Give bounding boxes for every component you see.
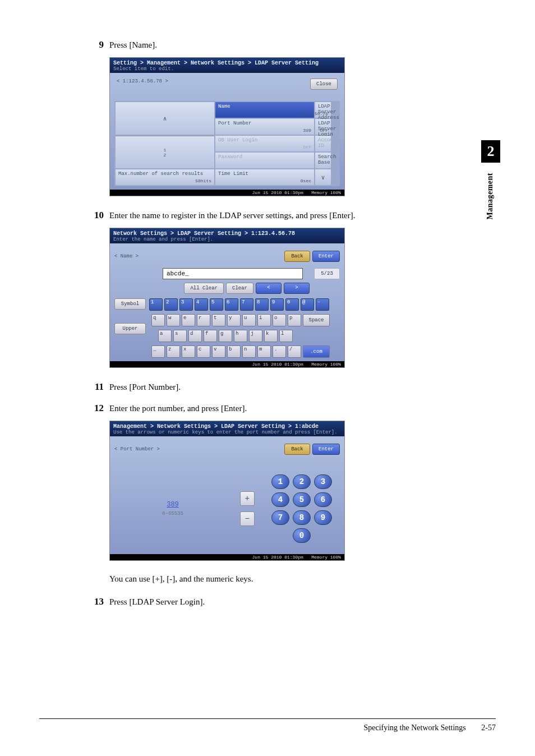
key-v[interactable]: v	[212, 345, 225, 358]
cell-value: 389	[303, 128, 311, 133]
key-n[interactable]: n	[242, 345, 256, 358]
key-3[interactable]: 3	[179, 298, 193, 311]
breadcrumb: Management > Network Settings > LDAP Ser…	[113, 423, 341, 430]
scroll-up-button[interactable]: ∧	[116, 102, 214, 135]
screen-subtitle: Enter the name and press [Enter].	[113, 237, 341, 242]
all-clear-button[interactable]: All Clear	[184, 283, 224, 294]
key-k[interactable]: k	[264, 330, 278, 342]
key-9[interactable]: 9	[270, 298, 284, 311]
upper-button[interactable]: Upper	[114, 323, 146, 334]
cell-value: OFF	[303, 145, 311, 150]
page-tab-2[interactable]: 2	[164, 153, 167, 158]
key-u[interactable]: u	[242, 314, 256, 326]
key-x[interactable]: x	[182, 345, 195, 358]
step-number: 10	[87, 210, 104, 221]
key-z[interactable]: z	[167, 345, 180, 358]
close-button[interactable]: Close	[310, 79, 338, 90]
key-4[interactable]: 4	[195, 298, 208, 311]
key-7[interactable]: 7	[240, 298, 253, 311]
page-tabs[interactable]: 12	[116, 136, 214, 168]
page-tab-1[interactable]: 1	[164, 147, 167, 153]
enter-button[interactable]: Enter	[312, 444, 340, 455]
key-@[interactable]: @	[301, 298, 314, 311]
numkey-5[interactable]: 5	[293, 492, 311, 507]
step-number: 11	[87, 381, 104, 393]
back-button[interactable]: Back	[284, 251, 310, 262]
status-time: Jun 15 2010 01:30pm	[252, 362, 303, 367]
numkey-6[interactable]: 6	[314, 492, 332, 507]
key-/[interactable]: /	[288, 345, 301, 358]
numkey-7[interactable]: 7	[271, 510, 289, 525]
numkey-1[interactable]: 1	[271, 474, 289, 489]
max-results-cell[interactable]: Max.number of search results50hits	[116, 169, 214, 185]
account-id-cell: Account ID	[315, 136, 331, 151]
key-l[interactable]: l	[279, 330, 293, 342]
name-input[interactable]: abcde_	[163, 268, 303, 279]
key-d[interactable]: d	[188, 330, 202, 342]
key-0[interactable]: 0	[285, 298, 299, 311]
key-2[interactable]: 2	[164, 298, 178, 311]
search-base-cell[interactable]: Search Base	[315, 153, 331, 168]
cell-value: OFF	[320, 128, 328, 133]
scroll-down-button[interactable]: ∨	[315, 169, 331, 185]
step-text: Press [LDAP Server Login].	[109, 596, 496, 607]
key-1[interactable]: 1	[149, 298, 163, 311]
dotcom-key[interactable]: .com	[303, 345, 330, 358]
space-key[interactable]: Space	[303, 314, 330, 326]
ldap-address-cell[interactable]: LDAP Server Address123.4.56.78	[315, 102, 331, 118]
key-s[interactable]: s	[173, 330, 187, 342]
footer-title: Specifying the Network Settings	[363, 723, 465, 732]
step-text: Enter the port number, and press [Enter]…	[109, 403, 496, 413]
key-c[interactable]: c	[197, 345, 210, 358]
back-button[interactable]: Back	[284, 444, 310, 455]
port-value: 389	[122, 501, 223, 509]
port-number-cell[interactable]: Port Number389	[215, 119, 314, 135]
time-limit-cell[interactable]: Time Limit0sec	[215, 169, 314, 185]
screen-subtitle: Select item to edit.	[113, 66, 341, 72]
ob-login-cell: OB User LoginOFF	[215, 136, 314, 151]
plus-button[interactable]: +	[240, 491, 255, 506]
numkey-3[interactable]: 3	[314, 474, 332, 489]
key--[interactable]: -	[316, 298, 329, 311]
field-label: < Name >	[114, 253, 139, 259]
key-j[interactable]: j	[249, 330, 262, 342]
key-p[interactable]: p	[288, 314, 301, 326]
key-6[interactable]: 6	[225, 298, 238, 311]
key-.[interactable]: .	[273, 345, 286, 358]
cell-label: Name	[218, 104, 230, 109]
port-entry-screen: Management > Network Settings > LDAP Ser…	[109, 421, 345, 561]
key-g[interactable]: g	[219, 330, 232, 342]
key-t[interactable]: t	[212, 314, 225, 326]
item-label: < 1:123.4.56.78 >	[117, 79, 168, 84]
cursor-right-button[interactable]: >	[284, 283, 310, 294]
symbol-button[interactable]: Symbol	[114, 298, 146, 310]
numkey-0[interactable]: 0	[293, 528, 311, 543]
key-5[interactable]: 5	[210, 298, 223, 311]
key-a[interactable]: a	[158, 330, 172, 342]
key-o[interactable]: o	[273, 314, 286, 326]
enter-button[interactable]: Enter	[312, 251, 340, 262]
cell-label: Max.number of search results	[118, 171, 203, 177]
cursor-left-button[interactable]: <	[256, 283, 282, 294]
key-h[interactable]: h	[234, 330, 247, 342]
keyboard-row-1: 1234567890@-	[149, 298, 340, 311]
numkey-4[interactable]: 4	[271, 492, 289, 507]
minus-button[interactable]: −	[240, 511, 255, 526]
ldap-login-cell[interactable]: LDAP Server LoginOFF	[315, 119, 331, 135]
key-i[interactable]: i	[257, 314, 271, 326]
keyboard-row-4: _zxcvbnm./.com	[151, 345, 340, 358]
key-y[interactable]: y	[227, 314, 241, 326]
key-w[interactable]: w	[167, 314, 180, 326]
numkey-9[interactable]: 9	[314, 510, 332, 525]
clear-button[interactable]: Clear	[226, 283, 253, 294]
key-q[interactable]: q	[151, 314, 165, 326]
key-m[interactable]: m	[257, 345, 271, 358]
key-f[interactable]: f	[204, 330, 217, 342]
key-r[interactable]: r	[197, 314, 210, 326]
key-_[interactable]: _	[151, 345, 165, 358]
numkey-2[interactable]: 2	[293, 474, 311, 489]
key-8[interactable]: 8	[255, 298, 269, 311]
key-e[interactable]: e	[182, 314, 195, 326]
key-b[interactable]: b	[227, 345, 241, 358]
numkey-8[interactable]: 8	[293, 510, 311, 525]
